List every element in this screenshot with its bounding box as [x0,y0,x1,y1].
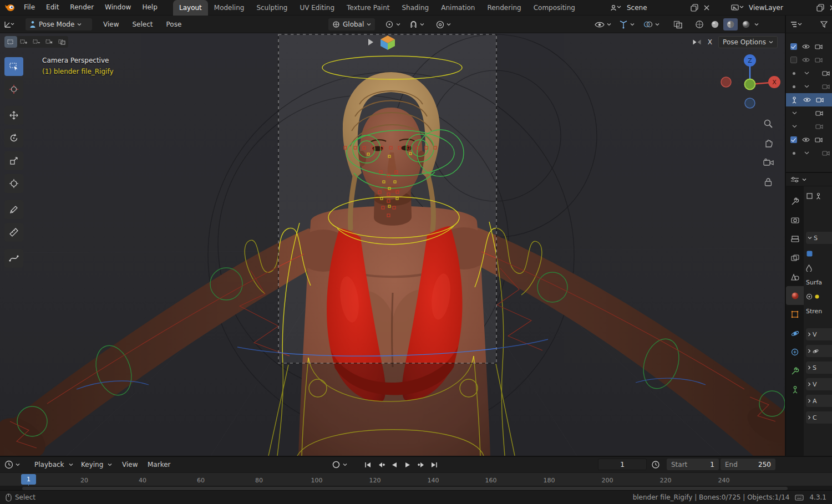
outliner-display-mode-icon[interactable] [790,19,803,30]
blender-logo-icon[interactable] [4,3,15,12]
camera-visibility-icon[interactable] [822,84,830,89]
workspace-tab[interactable]: Texture Paint [341,0,395,16]
proportional-editing-toggle[interactable] [436,18,451,30]
checkbox-icon[interactable] [790,43,797,50]
workspace-tab[interactable]: Compositing [527,0,581,16]
scene-icon[interactable] [610,2,622,13]
tool-scale[interactable] [4,151,23,170]
camera-visibility-icon[interactable] [815,110,823,116]
eye-icon[interactable] [802,57,810,63]
timeline-marker-menu[interactable]: Marker [145,459,173,471]
tab-constraints[interactable] [786,343,804,362]
chevron-icon[interactable] [803,151,810,155]
outliner-row[interactable] [786,67,832,80]
current-frame-field[interactable]: 1 [598,459,647,470]
editor-type-button[interactable] [3,18,14,30]
chevron-icon[interactable] [790,111,798,115]
eye-icon[interactable] [803,97,811,103]
xray-toggle[interactable] [673,18,683,30]
play-reverse-button[interactable] [388,459,400,471]
navigation-gizmo[interactable]: Z X [718,53,782,116]
workspace-tab[interactable]: Sculpting [250,0,293,16]
zoom-icon[interactable] [761,116,775,131]
new-viewlayer-icon[interactable] [815,2,825,13]
menu-item[interactable]: Render [64,0,99,15]
tool-select-box[interactable] [4,57,23,76]
shading-material-button[interactable] [723,18,738,30]
object-icon[interactable] [806,192,813,200]
next-keyframe-button[interactable] [415,459,427,471]
tab-scene[interactable] [786,267,804,286]
chevron-icon[interactable] [803,72,810,75]
play-button[interactable] [402,459,414,471]
outliner-row[interactable] [786,120,832,133]
outliner-row[interactable] [786,80,832,93]
tab-tool[interactable] [786,192,804,211]
snap-toggle[interactable] [409,18,424,30]
jump-to-end-button[interactable] [428,459,440,471]
outliner-filter-icon[interactable] [819,19,829,30]
camera-visibility-icon[interactable] [815,137,823,142]
tab-material[interactable] [786,286,804,305]
data-icon[interactable] [815,192,822,200]
properties-editor-icon[interactable] [790,174,800,185]
camera-visibility-icon[interactable] [822,150,830,156]
overlays-dropdown[interactable] [643,18,659,30]
auto-keying-toggle[interactable] [332,459,347,471]
eye-icon[interactable] [802,137,810,142]
menu-item[interactable]: Window [99,0,136,15]
new-scene-icon[interactable] [689,2,699,13]
properties-header-chevron[interactable] [802,178,806,181]
select-mode-subtract-button[interactable] [30,36,43,48]
checkbox-empty-icon[interactable] [790,57,797,63]
pivot-point-dropdown[interactable] [385,18,400,30]
tab-modifiers[interactable] [786,362,804,380]
scene-name[interactable]: Scene [625,4,650,12]
id-browse-row[interactable] [806,248,832,258]
unlink-scene-icon[interactable] [702,2,712,13]
viewport-menu-item[interactable]: View [98,18,124,30]
tool-rotate[interactable] [4,129,23,147]
viewport-canvas[interactable] [0,33,785,456]
menu-item[interactable]: Help [136,0,163,15]
viewlayer-icon[interactable] [731,2,744,13]
tab-physics[interactable] [786,324,804,343]
camera-visibility-icon[interactable] [815,44,823,49]
outliner-row[interactable] [786,53,832,67]
lock-icon[interactable] [761,175,775,189]
select-mode-extend-button[interactable] [17,36,30,48]
tab-view-layer[interactable] [786,248,804,267]
camera-view-icon[interactable] [761,155,775,170]
timeline-ruler[interactable]: 20406080100120140160180200220240 1 [0,472,832,486]
panel-header-collapsed[interactable]: V [806,378,832,390]
workspace-tab[interactable]: Modeling [208,0,251,16]
viewport-menu-item[interactable]: Select [126,18,158,30]
menu-item[interactable]: File [18,0,40,15]
workspace-tab[interactable]: Rendering [481,0,527,16]
camera-visibility-icon[interactable] [822,70,830,76]
panel-header-collapsed[interactable] [806,345,832,357]
tool-annotate[interactable] [4,200,23,219]
keying-menu[interactable]: Keying [79,459,112,471]
checkbox-icon[interactable] [790,136,797,143]
viewport-3d[interactable]: Camera Perspective (1) blender file_Rigi… [0,33,785,456]
outliner-row[interactable] [786,133,832,146]
workspace-tab[interactable]: Layout [173,0,208,16]
shading-dropdown-chevron[interactable] [754,23,759,26]
tab-output[interactable] [786,230,804,248]
panel-header-collapsed[interactable]: A [806,395,832,407]
tab-object[interactable] [786,305,804,324]
chevron-icon[interactable] [790,125,798,128]
frame-end-field[interactable]: End 250 [721,459,775,470]
pan-hand-icon[interactable] [761,136,775,150]
shading-rendered-button[interactable] [739,18,753,30]
use-preview-range-toggle[interactable] [651,459,660,471]
pose-options-dropdown[interactable]: Pose Options [718,36,778,48]
outliner-row[interactable] [786,40,832,53]
orientation-dropdown[interactable]: Global [328,18,375,30]
select-mode-set-button[interactable] [4,36,17,48]
remove-viewlayer-icon[interactable] [828,2,832,13]
shading-solid-button[interactable] [708,18,722,30]
mode-dropdown[interactable]: Pose Mode [26,18,92,30]
workspace-tab[interactable]: Shading [395,0,435,16]
